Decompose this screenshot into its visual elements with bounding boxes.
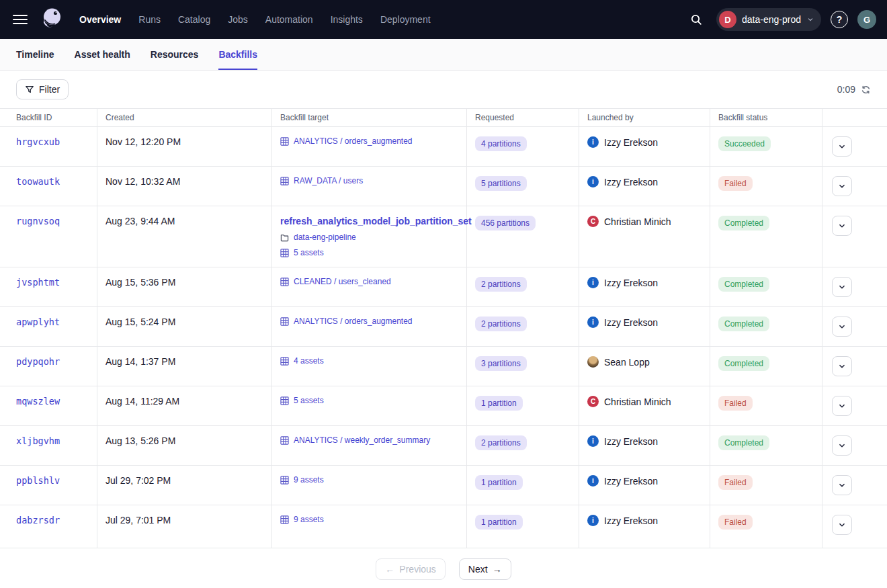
chevron-down-icon — [837, 221, 847, 230]
status-badge: Completed — [718, 216, 769, 230]
asset-target-link[interactable]: CLEANED / users_cleaned — [294, 277, 391, 286]
asset-target-link[interactable]: ANALYTICS / orders_augmented — [294, 317, 413, 326]
tab-asset-health[interactable]: Asset health — [75, 39, 130, 70]
asset-table-icon — [280, 396, 289, 405]
asset-target-link[interactable]: ANALYTICS / weekly_order_summary — [294, 435, 430, 445]
cell-backfill-status: Failed — [710, 466, 822, 505]
row-menu-button[interactable] — [832, 136, 852, 157]
asset-table-icon — [280, 278, 289, 286]
nav-item-jobs[interactable]: Jobs — [228, 14, 248, 25]
backfill-id-link[interactable]: apwplyht — [16, 317, 60, 327]
backfill-id-link[interactable]: dabzrsdr — [16, 515, 60, 526]
row-menu-button[interactable] — [832, 515, 852, 535]
asset-target-link[interactable]: 4 assets — [294, 356, 324, 366]
created-timestamp: Nov 12, 12:20 PM — [105, 136, 181, 147]
created-timestamp: Jul 29, 7:02 PM — [105, 475, 171, 486]
column-header-created: Created — [97, 109, 272, 126]
cell-backfill-status: Completed — [710, 267, 822, 306]
asset-target-link[interactable]: RAW_DATA / users — [294, 176, 363, 185]
cell-backfill-status: Completed — [710, 347, 822, 386]
refresh-icon[interactable] — [861, 85, 871, 95]
cell-launched-by: iIzzy Erekson — [579, 127, 710, 166]
asset-target-link[interactable]: 9 assets — [294, 475, 324, 485]
tab-backfills[interactable]: Backfills — [218, 39, 257, 70]
chevron-down-icon — [837, 322, 847, 331]
tab-resources[interactable]: Resources — [151, 39, 199, 70]
row-menu-button[interactable] — [832, 176, 852, 196]
cell-backfill-id: rugnvsoq — [0, 206, 97, 267]
user-avatar-icon: i — [587, 475, 599, 487]
cell-actions — [822, 267, 887, 306]
help-icon[interactable]: ? — [831, 11, 848, 28]
cell-actions — [822, 347, 887, 386]
cell-requested: 456 partitions — [467, 206, 579, 267]
filter-funnel-icon — [25, 85, 34, 94]
cell-backfill-id: toowautk — [0, 167, 97, 206]
partitions-badge: 456 partitions — [475, 216, 536, 230]
user-avatar-icon: i — [587, 277, 599, 288]
backfill-id-link[interactable]: xljbgvhm — [16, 435, 60, 446]
backfill-id-link[interactable]: rugnvsoq — [16, 216, 60, 226]
right-arrow-icon: → — [493, 564, 502, 575]
backfill-id-link[interactable]: jvsphtmt — [16, 277, 60, 288]
next-page-button[interactable]: Next → — [459, 558, 511, 580]
job-target-link[interactable]: refresh_analytics_model_job_partition_se… — [280, 216, 472, 226]
launched-by-name: Christian Minich — [604, 216, 671, 227]
column-header-requested: Requested — [467, 109, 579, 126]
asset-target-link[interactable]: ANALYTICS / orders_augmented — [294, 136, 413, 146]
cell-launched-by: iIzzy Erekson — [579, 307, 710, 346]
previous-page-button[interactable]: ← Previous — [376, 558, 445, 580]
filter-button[interactable]: Filter — [16, 79, 69, 99]
nav-item-overview[interactable]: Overview — [79, 14, 121, 25]
backfill-id-link[interactable]: hrgvcxub — [16, 136, 60, 147]
row-menu-button[interactable] — [832, 435, 852, 456]
cell-backfill-status: Completed — [710, 206, 822, 267]
asset-target-link[interactable]: 9 assets — [294, 515, 324, 524]
created-timestamp: Nov 12, 10:32 AM — [105, 176, 180, 187]
row-menu-button[interactable] — [832, 277, 852, 297]
backfill-id-link[interactable]: pdypqohr — [16, 356, 60, 367]
backfill-id-link[interactable]: ppblshlv — [16, 475, 60, 486]
user-avatar[interactable]: G — [857, 10, 876, 29]
row-menu-button[interactable] — [832, 216, 852, 236]
cell-backfill-status: Failed — [710, 505, 822, 548]
row-menu-button[interactable] — [832, 396, 852, 416]
backfill-id-link[interactable]: toowautk — [16, 176, 60, 187]
backfill-id-link[interactable]: mqwszlew — [16, 396, 60, 407]
row-menu-button[interactable] — [832, 317, 852, 337]
assets-count-link[interactable]: 5 assets — [294, 248, 324, 257]
chevron-down-icon — [837, 142, 847, 151]
tab-timeline[interactable]: Timeline — [16, 39, 54, 70]
table-row: jvsphtmtAug 15, 5:36 PMCLEANED / users_c… — [0, 267, 887, 307]
nav-item-automation[interactable]: Automation — [265, 14, 313, 25]
cell-backfill-target: CLEANED / users_cleaned — [272, 267, 467, 306]
deployment-avatar: D — [719, 11, 736, 28]
nav-item-catalog[interactable]: Catalog — [178, 14, 210, 25]
status-badge: Completed — [718, 356, 769, 371]
table-row: ppblshlvJul 29, 7:02 PM9 assets1 partiti… — [0, 466, 887, 505]
asset-target-link[interactable]: 5 assets — [294, 396, 324, 405]
search-icon[interactable] — [685, 9, 707, 30]
user-avatar-icon: i — [587, 136, 599, 148]
cell-backfill-id: hrgvcxub — [0, 127, 97, 166]
deployment-switcher[interactable]: D data-eng-prod — [716, 8, 821, 31]
chevron-down-icon — [837, 362, 847, 371]
nav-item-insights[interactable]: Insights — [331, 14, 363, 25]
row-menu-button[interactable] — [832, 475, 852, 495]
table-row: hrgvcxubNov 12, 12:20 PMANALYTICS / orde… — [0, 127, 887, 167]
left-arrow-icon: ← — [385, 564, 394, 575]
code-location-link[interactable]: data-eng-pipeline — [294, 233, 356, 242]
nav-item-deployment[interactable]: Deployment — [380, 14, 431, 25]
table-row: pdypqohrAug 14, 1:37 PM4 assets3 partiti… — [0, 347, 887, 386]
launched-by-name: Sean Lopp — [604, 357, 650, 368]
hamburger-menu-icon[interactable] — [11, 10, 30, 29]
user-avatar-icon: i — [587, 515, 599, 526]
dagster-logo[interactable] — [38, 5, 65, 34]
cell-actions — [822, 167, 887, 206]
cell-backfill-id: ppblshlv — [0, 466, 97, 505]
row-menu-button[interactable] — [832, 356, 852, 376]
status-badge: Failed — [718, 176, 753, 191]
nav-item-runs[interactable]: Runs — [138, 14, 161, 25]
asset-table-icon — [280, 476, 289, 485]
partitions-badge: 5 partitions — [475, 176, 527, 191]
